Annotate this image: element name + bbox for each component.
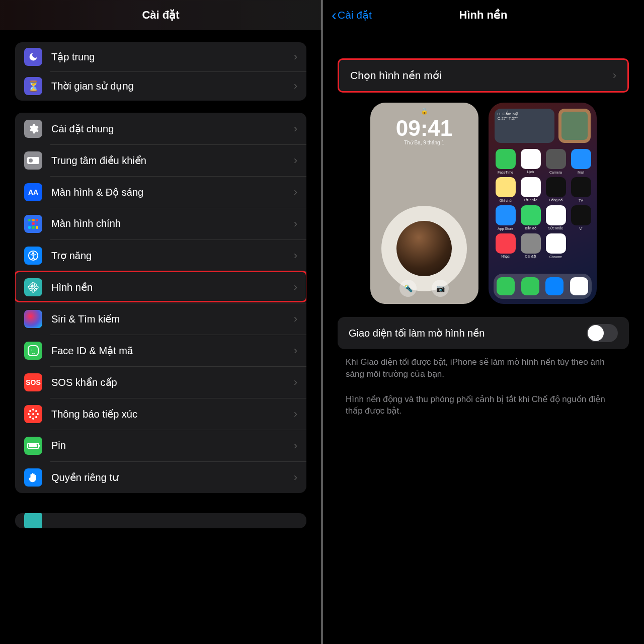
messages-app-icon	[521, 277, 539, 295]
app-icon: Chrome	[546, 233, 566, 254]
weather-widget: H. Cẩm Mỹ C:27° T:27°	[495, 109, 554, 143]
home-screen-preview[interactable]: H. Cẩm Mỹ C:27° T:27° FaceTimeLịchCamera…	[489, 103, 597, 304]
hourglass-icon: ⏳	[24, 77, 42, 95]
photos-app-icon	[570, 277, 588, 295]
chevron-right-icon: ›	[294, 408, 297, 421]
hand-icon	[24, 468, 42, 487]
svg-point-6	[35, 286, 38, 288]
dim-switch[interactable]	[587, 324, 618, 342]
app-icon: Sức khỏe	[546, 205, 566, 225]
description-text-1: Khi Giao diện tối được bật, iPhone sẽ là…	[346, 356, 621, 380]
chevron-right-icon: ›	[294, 376, 297, 389]
settings-group-1: Tập trung › ⏳ Thời gian sử dụng ›	[15, 42, 306, 101]
header: Cài đặt	[0, 0, 321, 30]
back-button[interactable]: ‹ Cài đặt	[332, 8, 372, 23]
lock-screen-preview[interactable]: 🔒 09:41 Thứ Ba, 9 tháng 1 🔦 📷	[370, 103, 478, 304]
row-siri-search[interactable]: Siri & Tìm kiếm ›	[15, 303, 306, 335]
toggle-icon	[24, 151, 42, 170]
toggle-label: Giao diện tối làm mờ hình nền	[349, 327, 587, 339]
text-size-icon: AA	[24, 183, 42, 201]
row-general[interactable]: Cài đặt chung ›	[15, 113, 306, 144]
row-home-screen[interactable]: Màn hình chính ›	[15, 208, 306, 239]
widgets: H. Cẩm Mỹ C:27° T:27°	[495, 109, 591, 143]
chevron-right-icon: ›	[294, 312, 297, 326]
chevron-right-icon: ›	[613, 69, 616, 82]
row-control-center[interactable]: Trung tâm điều khiển ›	[15, 144, 306, 176]
row-label: Face ID & Mật mã	[51, 345, 294, 357]
app-icon: Nhạc	[496, 233, 516, 254]
chevron-right-icon: ›	[294, 154, 297, 167]
row-exposure-notification[interactable]: Thông báo tiếp xúc ›	[15, 398, 306, 430]
chevron-right-icon: ›	[294, 186, 297, 199]
app-icon: FaceTime	[496, 149, 516, 169]
chevron-right-icon: ›	[294, 122, 297, 135]
moon-icon	[24, 48, 42, 66]
chevron-right-icon: ›	[294, 79, 297, 93]
svg-point-5	[28, 286, 32, 288]
chevron-right-icon: ›	[294, 217, 297, 230]
widget-temp: C:27° T:27°	[498, 116, 551, 121]
exposure-icon	[24, 405, 42, 423]
flower-icon	[24, 278, 42, 296]
row-battery[interactable]: Pin ›	[15, 430, 306, 461]
row-screen-time[interactable]: ⏳ Thời gian sử dụng ›	[15, 71, 306, 101]
row-label: Hình nền	[51, 281, 294, 293]
settings-panel: Cài đặt Tập trung › ⏳ Thời gian sử dụng …	[0, 0, 321, 644]
row-focus[interactable]: Tập trung ›	[15, 42, 306, 71]
app-icon: Đồng hồ	[546, 177, 566, 197]
svg-point-1	[33, 253, 34, 254]
app-icon: TV	[571, 177, 591, 197]
row-label: Màn hình chính	[51, 218, 294, 229]
app-icon: App Store	[496, 205, 516, 225]
chevron-right-icon: ›	[294, 471, 297, 484]
svg-point-10	[34, 288, 37, 291]
row-display-brightness[interactable]: AA Màn hình & Độ sáng ›	[15, 176, 306, 208]
zalo-app-icon	[545, 277, 564, 295]
dim-toggle-group: Giao diện tối làm mờ hình nền	[338, 317, 629, 349]
row-emergency-sos[interactable]: SOS SOS khẩn cấp ›	[15, 366, 306, 398]
page-title: Hình nền	[459, 9, 508, 22]
row-accessibility[interactable]: Trợ năng ›	[15, 239, 306, 271]
back-label: Cài đặt	[338, 9, 372, 21]
row-partial[interactable]	[15, 513, 306, 528]
header: ‹ Cài đặt Hình nền	[323, 0, 644, 30]
svg-point-7	[29, 283, 32, 286]
app-icon: Ví	[571, 205, 591, 225]
row-privacy[interactable]: Quyền riêng tư ›	[15, 461, 306, 493]
svg-point-4	[32, 288, 35, 292]
widget-location: H. Cẩm Mỹ	[498, 112, 551, 116]
chevron-right-icon: ›	[294, 50, 297, 63]
row-label: Thông báo tiếp xúc	[51, 408, 294, 420]
svg-point-2	[32, 286, 35, 288]
dim-toggle-row: Giao diện tối làm mờ hình nền	[338, 317, 629, 349]
row-label: Thời gian sử dụng	[51, 80, 294, 92]
face-id-icon	[24, 342, 42, 360]
row-label: Trợ năng	[51, 250, 294, 262]
app-icon: Camera	[546, 149, 566, 169]
camera-icon: 📷	[432, 280, 449, 297]
row-wallpaper[interactable]: Hình nền ›	[15, 271, 306, 303]
lock-dock: 🔦 📷	[370, 280, 478, 297]
app-icon: Lịch	[521, 149, 541, 169]
app-icon: Bản đồ	[521, 205, 541, 225]
chevron-right-icon: ›	[294, 439, 297, 452]
partial-icon	[24, 513, 42, 528]
choose-wallpaper-row[interactable]: Chọn hình nền mới ›	[339, 60, 627, 91]
app-icon: Cài đặt	[521, 233, 541, 254]
lock-time: 09:41	[396, 116, 453, 141]
app-icon	[571, 233, 591, 254]
photo-widget	[558, 109, 591, 143]
wallpaper-preview: 🔒 09:41 Thứ Ba, 9 tháng 1 🔦 📷 H. Cẩm Mỹ …	[338, 103, 629, 304]
home-dock	[494, 274, 592, 299]
app-icon: Lời nhắc	[521, 177, 541, 197]
row-face-id[interactable]: Face ID & Mật mã ›	[15, 335, 306, 366]
app-icon: Ghi chú	[496, 177, 516, 197]
page-title: Cài đặt	[142, 9, 179, 22]
flashlight-icon: 🔦	[399, 280, 417, 297]
row-label: Siri & Tìm kiếm	[51, 313, 294, 325]
row-label: Trung tâm điều khiển	[51, 154, 294, 167]
row-label: Pin	[51, 440, 294, 451]
row-label: Quyền riêng tư	[51, 471, 294, 484]
row-label: Màn hình & Độ sáng	[51, 186, 294, 198]
chevron-left-icon: ‹	[332, 8, 337, 23]
